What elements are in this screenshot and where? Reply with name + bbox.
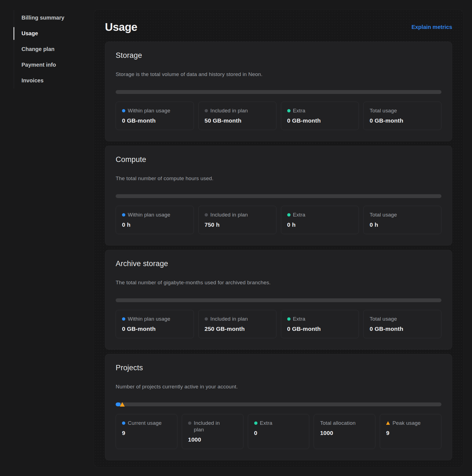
- stat-label: Total usage: [370, 212, 397, 218]
- stat-label: Extra: [293, 316, 305, 322]
- stat-label: Within plan usage: [128, 316, 170, 322]
- sidebar-item-change-plan[interactable]: Change plan: [14, 41, 83, 57]
- stat-value: 0 GB-month: [122, 117, 188, 124]
- usage-card-projects: Projects Number of projects currently ac…: [105, 354, 452, 460]
- stat-label-row: Included in plan: [188, 420, 237, 433]
- blue-dot-icon: [122, 317, 125, 321]
- stat-label: Included in plan: [210, 107, 248, 114]
- usage-progress-track: [116, 90, 441, 94]
- usage-panel: Usage Explain metrics Storage Storage is…: [94, 9, 463, 467]
- stat-box-extra: Extra0 GB-month: [281, 102, 359, 130]
- card-title: Projects: [116, 364, 441, 372]
- card-title: Archive storage: [116, 259, 441, 268]
- stat-label: Peak usage: [392, 420, 421, 426]
- stat-label-row: Current usage: [122, 420, 171, 426]
- stat-value: 0 h: [287, 221, 353, 228]
- stat-label-row: Included in plan: [205, 107, 270, 114]
- card-title: Compute: [116, 155, 441, 164]
- stat-value: 0 h: [122, 221, 188, 228]
- stat-value: 0 h: [370, 221, 435, 228]
- card-description: The total number of compute hours used.: [116, 175, 441, 182]
- stat-box-total-allocation: Total allocation1000: [314, 414, 375, 449]
- stat-box-included-in-plan: Included in plan50 GB-month: [198, 102, 276, 130]
- usage-progress-track: [116, 402, 441, 406]
- blue-dot-icon: [122, 213, 125, 217]
- stat-label-row: Within plan usage: [122, 107, 188, 114]
- green-dot-icon: [287, 317, 291, 321]
- stats-row: Within plan usage0 GB-monthIncluded in p…: [116, 102, 441, 130]
- stat-label-row: Total usage: [370, 107, 435, 114]
- usage-card-compute: Compute The total number of compute hour…: [105, 146, 452, 245]
- green-dot-icon: [254, 421, 257, 425]
- stat-value: 750 h: [205, 221, 270, 228]
- stat-label-row: Included in plan: [205, 212, 270, 218]
- stat-box-within-plan-usage: Within plan usage0 GB-month: [116, 102, 194, 130]
- green-dot-icon: [287, 213, 291, 217]
- billing-nav: Billing summaryUsageChange planPayment i…: [14, 10, 83, 88]
- stat-box-extra: Extra0 GB-month: [281, 310, 359, 338]
- usage-card-storage: Storage Storage is the total volume of d…: [105, 42, 452, 141]
- stat-label: Total allocation: [320, 420, 356, 426]
- peak-marker-icon: [120, 402, 125, 407]
- gray-dot-icon: [188, 421, 191, 425]
- sidebar-item-billing-summary[interactable]: Billing summary: [14, 10, 83, 26]
- stat-value: 250 GB-month: [205, 325, 270, 332]
- stat-value: 9: [386, 429, 435, 437]
- stat-value: 0 GB-month: [370, 117, 435, 124]
- stat-label: Within plan usage: [128, 212, 170, 218]
- usage-progress-track: [116, 194, 441, 198]
- stat-box-within-plan-usage: Within plan usage0 h: [116, 206, 194, 234]
- stat-label-row: Within plan usage: [122, 316, 188, 322]
- stat-box-included-in-plan: Included in plan750 h: [198, 206, 276, 234]
- stat-label-row: Extra: [287, 316, 353, 322]
- card-description: The total number of gigabyte-months used…: [116, 280, 441, 286]
- stat-value: 0: [254, 429, 303, 437]
- stat-label-row: Total usage: [370, 212, 435, 218]
- stat-value: 9: [122, 429, 171, 437]
- sidebar-item-invoices[interactable]: Invoices: [14, 73, 83, 88]
- green-dot-icon: [287, 109, 291, 112]
- stat-label: Extra: [293, 107, 305, 114]
- stat-label-row: Included in plan: [205, 316, 270, 322]
- stat-value: 1000: [320, 429, 369, 437]
- stat-label-row: Peak usage: [386, 420, 435, 426]
- sidebar-item-payment-info[interactable]: Payment info: [14, 57, 83, 73]
- usage-card-archive-storage: Archive storage The total number of giga…: [105, 250, 452, 350]
- stat-box-peak-usage: Peak usage9: [380, 414, 441, 449]
- explain-metrics-link[interactable]: Explain metrics: [411, 24, 452, 30]
- stats-row: Within plan usage0 GB-monthIncluded in p…: [116, 310, 441, 338]
- stat-box-within-plan-usage: Within plan usage0 GB-month: [116, 310, 194, 338]
- stat-label-row: Extra: [287, 212, 353, 218]
- stat-label: Total usage: [370, 107, 397, 114]
- card-description: Number of projects currently active in y…: [116, 384, 441, 390]
- stats-row: Within plan usage0 hIncluded in plan750 …: [116, 206, 441, 234]
- stat-label: Within plan usage: [128, 107, 170, 114]
- stat-value: 0 GB-month: [370, 325, 435, 332]
- stat-box-total-usage: Total usage0 GB-month: [363, 102, 441, 130]
- panel-header: Usage Explain metrics: [105, 21, 452, 33]
- gray-dot-icon: [205, 317, 208, 321]
- stat-label: Extra: [293, 212, 305, 218]
- stat-box-extra: Extra0 h: [281, 206, 359, 234]
- orange-triangle-icon: [386, 421, 390, 425]
- stat-label: Total usage: [370, 316, 397, 322]
- stat-box-included-in-plan: Included in plan1000: [182, 414, 243, 449]
- stat-label-row: Extra: [287, 107, 353, 114]
- stat-box-current-usage: Current usage9: [116, 414, 177, 449]
- gray-dot-icon: [205, 109, 208, 112]
- card-description: Storage is the total volume of data and …: [116, 71, 441, 77]
- page-title: Usage: [105, 21, 137, 33]
- blue-dot-icon: [122, 109, 125, 112]
- sidebar-item-usage[interactable]: Usage: [14, 26, 83, 41]
- stat-value: 50 GB-month: [205, 117, 270, 124]
- stat-label: Included in plan: [210, 316, 248, 322]
- stat-label: Extra: [260, 420, 272, 426]
- stats-row: Current usage9Included in plan1000Extra0…: [116, 414, 441, 449]
- gray-dot-icon: [205, 213, 208, 217]
- card-title: Storage: [116, 51, 441, 60]
- stat-box-total-usage: Total usage0 GB-month: [363, 310, 441, 338]
- stat-box-total-usage: Total usage0 h: [363, 206, 441, 234]
- stat-label: Current usage: [128, 420, 162, 426]
- stat-label-row: Extra: [254, 420, 303, 426]
- stat-label-row: Total usage: [370, 316, 435, 322]
